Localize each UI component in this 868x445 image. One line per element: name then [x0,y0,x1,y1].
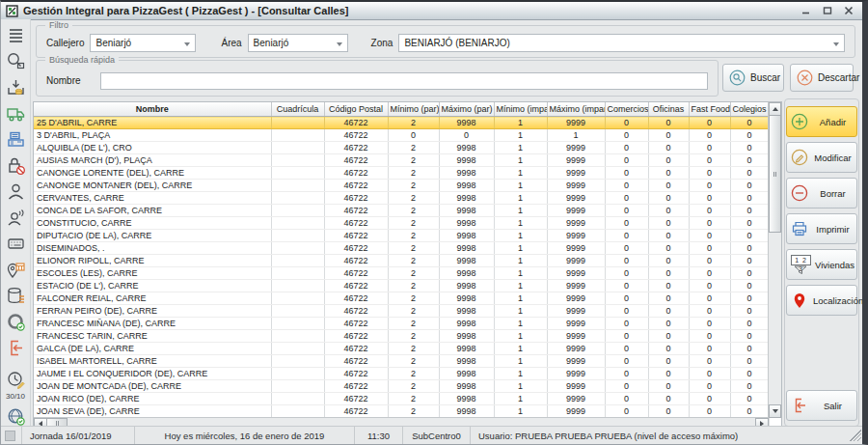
cell-value: 0 [648,167,689,180]
table-row[interactable]: 25 D'ABRIL, CARRE4672229998199990000 [34,117,769,129]
salir-button[interactable]: Salir [786,390,857,421]
column-header[interactable]: Máximo (par) [439,102,494,117]
globe-check-icon[interactable] [6,406,26,427]
app-window: Gestión Integral para PizzaGest ( PizzaG… [0,0,868,445]
vertical-scroll-thumb[interactable] [769,115,781,233]
column-header[interactable]: Oficinas [648,102,689,117]
cell-value: 46722 [324,318,388,330]
cell-value: 2 [388,393,439,405]
anadir-button[interactable]: Añadir [786,106,857,137]
keypad-icon[interactable] [6,234,26,254]
table-row[interactable]: JOAN SEVA (DE), CARRE4672229998199990000 [34,405,769,418]
cell-value: 2 [388,192,439,205]
minimize-button[interactable] [800,5,813,16]
close-button[interactable] [842,5,855,16]
column-header[interactable]: Fast Food [689,102,730,117]
user-icon[interactable] [6,181,26,202]
column-header[interactable]: Cuadrícula [271,102,324,117]
cell-nombre: JAUME I EL CONQUERIDOR (DE), CARRE [34,368,271,380]
cell-value: 0 [689,405,730,418]
table-row[interactable]: AUSIAS MARCH (D'), PLAÇA4672229998199990… [34,154,769,167]
column-header[interactable]: Mínimo (par) [388,102,439,117]
table-row[interactable]: ISABEL MARTORELL, CARRE46722299981999900… [34,355,769,368]
exit-door-icon[interactable] [6,338,26,358]
column-header[interactable]: Comercios [605,102,648,117]
clock-edit-icon[interactable] [6,370,26,390]
cell-value: 0 [605,129,648,142]
header-row[interactable]: NombreCuadrículaCódigo PostalMínimo (par… [34,102,769,117]
column-header[interactable]: Máximo (impar) [547,102,605,117]
table-row[interactable]: CONSTITUCIO, CARRE4672229998199990000 [34,217,769,230]
cell-value [271,205,324,217]
delivery-truck-icon[interactable] [6,103,26,124]
scroll-up-button[interactable] [769,102,781,116]
callejero-combo[interactable]: Beniarjó [90,34,196,52]
table-row[interactable]: 3 D'ABRIL, PLAÇA4672200110000 [34,129,769,142]
location-calendar-icon[interactable] [6,260,26,280]
borrar-button[interactable]: Borrar [786,178,857,209]
cell-nombre: 25 D'ABRIL, CARRE [34,117,271,129]
cell-value: 0 [689,129,730,142]
nombre-search-input[interactable] [100,72,708,90]
column-header[interactable]: Nombre [34,102,271,117]
inbox-coins-icon[interactable] [6,77,26,97]
table-row[interactable]: FERRAN PEIRO (DE), CARRE4672229998199990… [34,305,769,318]
user-wave-icon[interactable] [6,208,26,228]
cell-value: 9999 [547,180,605,192]
table-row[interactable]: CERVANTES, CARRE4672229998199990000 [34,192,769,205]
maximize-button[interactable] [821,5,834,16]
vertical-scrollbar[interactable] [768,102,781,418]
table-row[interactable]: JOAN DE MONTCADA (DE), CARRE467222999819… [34,380,769,393]
column-header[interactable]: Mínimo (impar) [494,102,547,117]
menu-icon[interactable] [6,25,26,45]
table-row[interactable]: CANONGE MONTANER (DEL), CARRE46722299981… [34,180,769,192]
modificar-label: Modificar [813,153,853,163]
cell-value: 0 [648,129,689,142]
cell-value: 0 [648,318,689,330]
table-row[interactable]: DISEMINADOS, .4672229998199990000 [34,242,769,255]
zona-value: BENIARJÓ (BENIARJO) [404,38,509,48]
buscar-button[interactable]: Buscar [722,64,784,92]
viviendas-button[interactable]: 1 2 3 Viviendas [786,249,857,280]
zona-combo[interactable]: BENIARJÓ (BENIARJO) [398,34,845,52]
cell-value: 0 [730,167,769,180]
cell-value: 1 [494,292,547,305]
lock-blocked-icon[interactable] [6,155,26,176]
window-title: Gestión Integral para PizzaGest ( PizzaG… [23,5,348,16]
table-row[interactable]: CONCA DE LA SAFOR, CARRE4672229998199990… [34,205,769,217]
table-row[interactable]: DIPUTACIO (DE LA), CARRE4672229998199990… [34,230,769,242]
help-ring-icon[interactable] [6,312,26,332]
imprimir-button[interactable]: Imprimir [786,213,857,244]
cell-value [271,242,324,255]
table-row[interactable]: CANONGE LORENTE (DEL), CARRE467222999819… [34,167,769,180]
table-row[interactable]: ESTACIO (DE L'), CARRE467222999819999000… [34,280,769,292]
cell-value: 0 [648,230,689,242]
table-row[interactable]: FRANCESC TARIN, CARRE4672229998199990000 [34,330,769,343]
column-header[interactable]: Código Postal [324,102,388,117]
localizacion-button[interactable]: Localización [786,285,857,316]
scroll-down-button[interactable] [769,404,781,418]
database-icon[interactable] [6,286,26,306]
area-combo[interactable]: Beniarjó [248,34,348,52]
modificar-button[interactable]: Modificar [786,142,857,173]
descartar-button[interactable]: Descartar [790,64,854,92]
table-row[interactable]: JOAN RICO (DE), CARRE4672229998199990000 [34,393,769,405]
cell-value: 0 [730,242,769,255]
cell-value: 0 [730,142,769,154]
cell-value: 9999 [547,142,605,154]
cell-value: 9999 [547,117,605,129]
cell-value: 0 [689,343,730,355]
cash-register-icon[interactable] [6,129,26,150]
table-row[interactable]: FALCONER REIAL, CARRE4672229998199990000 [34,292,769,305]
resize-grip[interactable] [850,430,861,441]
cell-value: 0 [730,343,769,355]
search-parcel-icon[interactable] [6,51,26,71]
table-row[interactable]: ELIONOR RIPOLL, CARRE4672229998199990000 [34,255,769,267]
table-row[interactable]: ESCOLES (LES), CARRE4672229998199990000 [34,267,769,280]
table-row[interactable]: FRANCESC MIÑANA (DE), CARRE4672229998199… [34,318,769,330]
cell-value: 9998 [439,167,494,180]
table-row[interactable]: GALCA (DE LA), CARRE4672229998199990000 [34,343,769,355]
table-row[interactable]: JAUME I EL CONQUERIDOR (DE), CARRE467222… [34,368,769,380]
table-row[interactable]: ALQUIBLA (DE L'), CRO4672229998199990000 [34,142,769,154]
column-header[interactable]: Colegios [730,102,769,117]
